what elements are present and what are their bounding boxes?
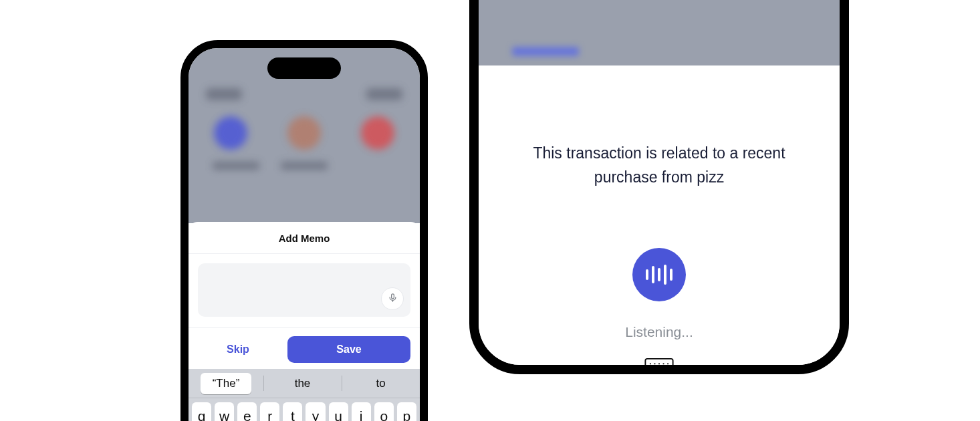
- key-r[interactable]: r: [260, 402, 279, 421]
- phone-frame-left: Add Memo Skip Sa: [180, 40, 428, 421]
- keyboard-suggestion[interactable]: the: [263, 369, 342, 398]
- key-p[interactable]: p: [397, 402, 416, 421]
- voice-input-sheet: This transaction is related to a recent …: [479, 65, 840, 365]
- key-o[interactable]: o: [374, 402, 394, 421]
- dimmed-background: [479, 0, 840, 65]
- microphone-button[interactable]: [381, 287, 404, 310]
- save-button[interactable]: Save: [287, 336, 410, 363]
- key-i[interactable]: i: [352, 402, 371, 421]
- svg-rect-0: [391, 293, 394, 298]
- key-e[interactable]: e: [237, 402, 257, 421]
- ios-keyboard[interactable]: “The” the to q w e r t y u i o p: [189, 369, 420, 421]
- voice-wave-icon: [646, 265, 672, 285]
- keyboard-suggestion[interactable]: “The”: [189, 369, 263, 398]
- keyboard-suggestions: “The” the to: [189, 369, 420, 398]
- key-q[interactable]: q: [192, 402, 211, 421]
- keyboard-icon: [644, 358, 675, 374]
- phone-frame-right: This transaction is related to a recent …: [469, 0, 849, 374]
- key-w[interactable]: w: [215, 402, 234, 421]
- key-y[interactable]: y: [305, 402, 325, 421]
- voice-transcript: This transaction is related to a recent …: [512, 142, 806, 189]
- svg-rect-2: [645, 359, 672, 374]
- voice-record-button[interactable]: [632, 248, 686, 301]
- dynamic-island: [267, 57, 341, 79]
- microphone-icon: [388, 293, 398, 305]
- keyboard-suggestion[interactable]: to: [342, 369, 420, 398]
- memo-input[interactable]: [198, 263, 410, 317]
- voice-status-label: Listening...: [479, 324, 840, 340]
- sheet-title: Add Memo: [189, 222, 420, 254]
- key-t[interactable]: t: [283, 402, 302, 421]
- keyboard-row: q w e r t y u i o p: [189, 398, 420, 421]
- key-u[interactable]: u: [329, 402, 348, 421]
- switch-to-keyboard-button[interactable]: [644, 359, 675, 374]
- skip-button[interactable]: Skip: [198, 336, 278, 363]
- add-memo-sheet: Add Memo Skip Sa: [189, 222, 420, 372]
